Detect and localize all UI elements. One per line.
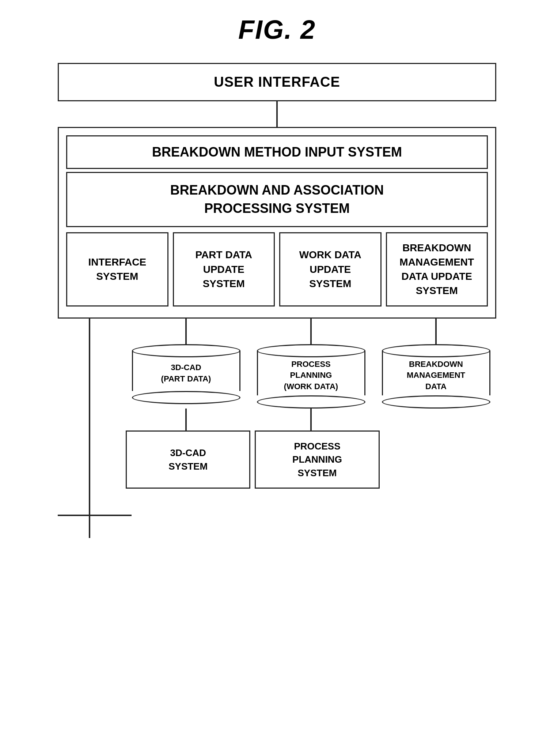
figure-title: FIG. 2 [238, 15, 316, 45]
system-boxes-row: INTERFACESYSTEM PART DATAUPDATESYSTEM WO… [66, 232, 488, 306]
3d-cad-cylinder-top [132, 344, 240, 357]
connector-rows [121, 319, 496, 344]
interface-system-box: INTERFACESYSTEM [66, 232, 168, 306]
connector-work-data [310, 319, 312, 344]
connector-part-data [185, 319, 187, 344]
breakdown-method-box: BREAKDOWN METHOD INPUT SYSTEM [66, 135, 488, 169]
connector-db-to-final [121, 409, 496, 430]
process-planning-db-container: PROCESSPLANNING(WORK DATA) [251, 344, 371, 409]
connector-3dcad-to-final [185, 409, 187, 430]
breakdown-mgmt-db-container: BREAKDOWNMANAGEMENTDATA [376, 344, 496, 409]
diagram-wrapper: USER INTERFACE BREAKDOWN METHOD INPUT SY… [29, 63, 525, 538]
process-planning-cylinder-bottom [257, 395, 365, 409]
breakdown-mgmt-box: BREAKDOWNMANAGEMENTDATA UPDATESYSTEM [386, 232, 488, 306]
left-col [58, 319, 121, 538]
below-layout: 3D-CAD(PART DATA) PROCESSPLANNING(WORK D… [58, 319, 496, 538]
connector-ui-to-outer [276, 101, 278, 127]
right-section: 3D-CAD(PART DATA) PROCESSPLANNING(WORK D… [121, 319, 496, 538]
process-planning-cylinder: PROCESSPLANNING(WORK DATA) [257, 344, 365, 409]
part-data-update-box: PART DATAUPDATESYSTEM [173, 232, 275, 306]
process-planning-cylinder-body: PROCESSPLANNING(WORK DATA) [257, 351, 365, 395]
final-boxes-row: 3D-CADSYSTEM PROCESSPLANNINGSYSTEM [121, 430, 496, 489]
breakdown-mgmt-cylinder: BREAKDOWNMANAGEMENTDATA [382, 344, 490, 409]
left-vert-line [89, 319, 90, 538]
outer-box: BREAKDOWN METHOD INPUT SYSTEM BREAKDOWN … [58, 127, 496, 319]
work-data-update-box: WORK DATAUPDATESYSTEM [279, 232, 382, 306]
3d-cad-system-box: 3D-CADSYSTEM [126, 430, 250, 489]
breakdown-assoc-box: BREAKDOWN AND ASSOCIATIONPROCESSING SYST… [66, 172, 488, 227]
breakdown-mgmt-cylinder-bottom [382, 395, 490, 409]
bottom-h-connector [58, 515, 132, 516]
breakdown-mgmt-cylinder-body: BREAKDOWNMANAGEMENTDATA [382, 351, 490, 395]
process-planning-system-box: PROCESSPLANNINGSYSTEM [255, 430, 379, 489]
user-interface-box: USER INTERFACE [58, 63, 496, 101]
below-outer-box: 3D-CAD(PART DATA) PROCESSPLANNING(WORK D… [58, 319, 496, 538]
empty-col [384, 430, 496, 489]
process-planning-cylinder-top [257, 344, 365, 357]
3d-cad-cylinder: 3D-CAD(PART DATA) [132, 344, 240, 404]
databases-row: 3D-CAD(PART DATA) PROCESSPLANNING(WORK D… [121, 344, 496, 409]
connector-process-to-final [310, 409, 312, 430]
connector-breakdown-mgmt [435, 319, 437, 344]
breakdown-mgmt-cylinder-top [382, 344, 490, 357]
3d-cad-cylinder-bottom [132, 391, 240, 404]
3d-cad-db-container: 3D-CAD(PART DATA) [126, 344, 246, 404]
